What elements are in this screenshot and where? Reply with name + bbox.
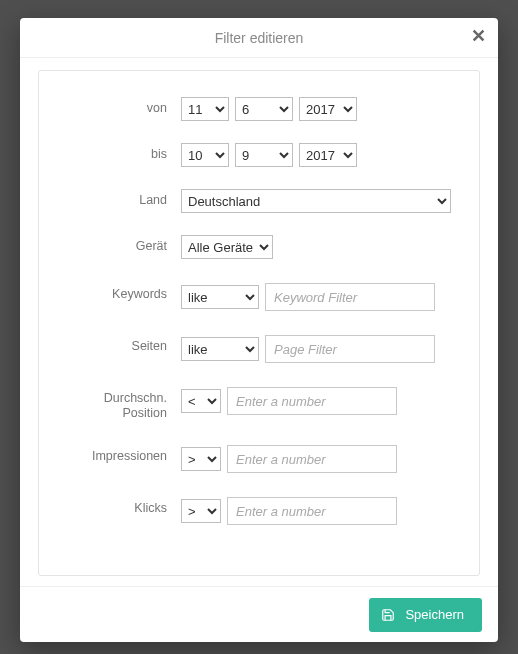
to-month-select[interactable]: 9 [235, 143, 293, 167]
modal-title: Filter editieren [215, 30, 304, 46]
label-to: bis [61, 143, 181, 162]
device-select[interactable]: Alle Geräte [181, 235, 273, 259]
row-clicks: Klicks > [61, 497, 457, 525]
keywords-filter-input[interactable] [265, 283, 435, 311]
from-day-select[interactable]: 11 [181, 97, 229, 121]
country-select[interactable]: Deutschland [181, 189, 451, 213]
close-icon[interactable]: ✕ [468, 26, 488, 46]
to-day-select[interactable]: 10 [181, 143, 229, 167]
modal-footer: Speichern [20, 586, 498, 642]
row-to: bis 10 9 2017 [61, 143, 457, 167]
modal-backdrop: Filter editieren ✕ von 11 6 2017 bis 10 [0, 0, 518, 654]
label-country: Land [61, 189, 181, 208]
filter-form-panel: von 11 6 2017 bis 10 9 2017 [38, 70, 480, 576]
row-from: von 11 6 2017 [61, 97, 457, 121]
label-impressions: Impressionen [61, 445, 181, 464]
filter-edit-modal: Filter editieren ✕ von 11 6 2017 bis 10 [20, 18, 498, 642]
to-year-select[interactable]: 2017 [299, 143, 357, 167]
label-device: Gerät [61, 235, 181, 254]
row-avg-position: Durchschn. Position < [61, 387, 457, 421]
pages-filter-input[interactable] [265, 335, 435, 363]
clicks-input[interactable] [227, 497, 397, 525]
clicks-operator-select[interactable]: > [181, 499, 221, 523]
pages-operator-select[interactable]: like [181, 337, 259, 361]
save-icon [381, 608, 395, 622]
label-from: von [61, 97, 181, 116]
row-pages: Seiten like [61, 335, 457, 363]
modal-body: von 11 6 2017 bis 10 9 2017 [20, 58, 498, 586]
from-year-select[interactable]: 2017 [299, 97, 357, 121]
save-button[interactable]: Speichern [369, 598, 482, 632]
label-clicks: Klicks [61, 497, 181, 516]
label-avg-position: Durchschn. Position [61, 387, 181, 421]
row-device: Gerät Alle Geräte [61, 235, 457, 259]
row-impressions: Impressionen > [61, 445, 457, 473]
label-keywords: Keywords [61, 283, 181, 302]
row-keywords: Keywords like [61, 283, 457, 311]
save-button-label: Speichern [405, 607, 464, 622]
impressions-input[interactable] [227, 445, 397, 473]
keywords-operator-select[interactable]: like [181, 285, 259, 309]
modal-header: Filter editieren ✕ [20, 18, 498, 58]
avg-position-operator-select[interactable]: < [181, 389, 221, 413]
avg-position-input[interactable] [227, 387, 397, 415]
impressions-operator-select[interactable]: > [181, 447, 221, 471]
from-month-select[interactable]: 6 [235, 97, 293, 121]
row-country: Land Deutschland [61, 189, 457, 213]
label-pages: Seiten [61, 335, 181, 354]
